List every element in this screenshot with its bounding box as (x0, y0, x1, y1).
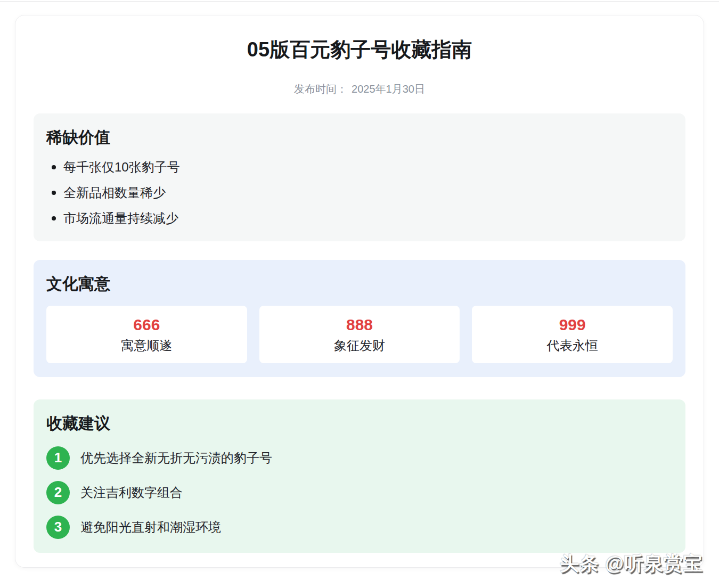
section-scarcity-heading: 稀缺价值 (46, 127, 673, 148)
section-culture-heading: 文化寓意 (46, 274, 673, 294)
step-number-badge: 3 (46, 516, 70, 539)
article-card: 05版百元豹子号收藏指南 发布时间：2025年1月30日 稀缺价值 每千张仅10… (15, 15, 704, 568)
lucky-number: 999 (559, 316, 586, 333)
publish-date: 发布时间：2025年1月30日 (34, 82, 685, 96)
section-advice-heading: 收藏建议 (46, 413, 673, 434)
step-number-badge: 2 (46, 481, 70, 504)
page-title: 05版百元豹子号收藏指南 (34, 37, 685, 63)
top-divider (0, 1, 719, 2)
lucky-number-label: 寓意顺遂 (121, 339, 172, 353)
culture-card-888: 888 象征发财 (259, 306, 460, 363)
list-item: 1 优先选择全新无折无污渍的豹子号 (46, 446, 673, 470)
advice-list: 1 优先选择全新无折无污渍的豹子号 2 关注吉利数字组合 3 避免阳光直射和潮湿… (46, 446, 673, 539)
culture-card-row: 666 寓意顺遂 888 象征发财 999 代表永恒 (46, 306, 673, 363)
scarcity-bullet-list: 每千张仅10张豹子号 全新品相数量稀少 市场流通量持续减少 (46, 158, 673, 227)
advice-text: 关注吉利数字组合 (80, 484, 183, 502)
list-item: 市场流通量持续减少 (46, 209, 673, 227)
list-item: 每千张仅10张豹子号 (46, 158, 673, 176)
culture-card-666: 666 寓意顺遂 (46, 306, 247, 363)
toutiao-watermark: 头条 @听泉赏宝 (560, 551, 703, 577)
lucky-number: 888 (346, 316, 373, 333)
publish-date-label: 发布时间： (294, 83, 347, 95)
lucky-number-label: 代表永恒 (547, 339, 598, 353)
list-item: 2 关注吉利数字组合 (46, 481, 673, 504)
culture-card-999: 999 代表永恒 (472, 306, 673, 363)
section-scarcity-value: 稀缺价值 每千张仅10张豹子号 全新品相数量稀少 市场流通量持续减少 (34, 113, 685, 241)
lucky-number-label: 象征发财 (334, 339, 385, 353)
advice-text: 避免阳光直射和潮湿环境 (80, 518, 221, 536)
step-number-badge: 1 (46, 446, 70, 470)
list-item: 3 避免阳光直射和潮湿环境 (46, 516, 673, 539)
section-cultural-meaning: 文化寓意 666 寓意顺遂 888 象征发财 999 代表永恒 (34, 260, 685, 377)
publish-date-value: 2025年1月30日 (352, 83, 425, 95)
lucky-number: 666 (133, 316, 160, 333)
advice-text: 优先选择全新无折无污渍的豹子号 (80, 449, 272, 467)
section-collection-advice: 收藏建议 1 优先选择全新无折无污渍的豹子号 2 关注吉利数字组合 3 避免阳光… (34, 399, 685, 553)
list-item: 全新品相数量稀少 (46, 184, 673, 202)
